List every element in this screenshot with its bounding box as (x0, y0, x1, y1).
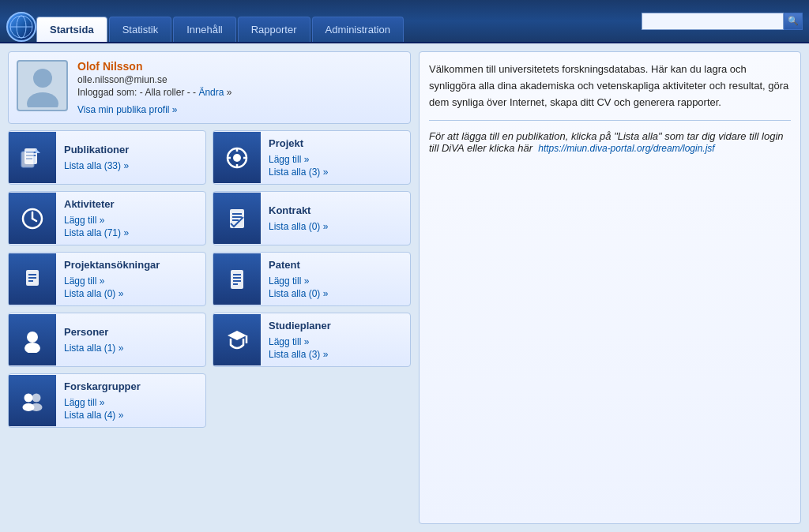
svg-rect-22 (28, 280, 33, 282)
search-area: 🔍 (642, 13, 803, 30)
card-link-patent[interactable]: Lägg till (269, 275, 328, 287)
gear-icon (213, 132, 261, 183)
card-projektansokningar: Projektansökningar Lägg till Lista alla … (8, 252, 206, 306)
logo-area (0, 12, 36, 42)
welcome-paragraph1: Välkommen till universitetets forsknings… (429, 62, 791, 111)
card-body-forskargrupper: Forskargrupper Lägg till Lista alla (4) (56, 374, 149, 427)
right-panel: Välkommen till universitetets forsknings… (419, 51, 801, 524)
main-content: Olof Nilsson olle.nilsson@miun.se Inlogg… (0, 43, 809, 532)
search-input[interactable] (642, 13, 784, 30)
svg-line-14 (32, 219, 36, 221)
card-link-projektansokningar[interactable]: Lista alla (0) (64, 288, 160, 299)
card-link-patent[interactable]: Lista alla (0) (269, 288, 328, 299)
svg-rect-27 (233, 283, 238, 285)
card-personer: Personer Lista alla (1) (8, 313, 206, 367)
card-link-studieplaner[interactable]: Lista alla (3) (269, 349, 331, 360)
svg-rect-26 (233, 280, 241, 282)
patent-icon (213, 253, 261, 305)
svg-rect-16 (232, 213, 242, 215)
profile-info: Olof Nilsson olle.nilsson@miun.se Inlogg… (77, 60, 231, 115)
card-link-kontrakt[interactable]: Lista alla (0) (269, 221, 328, 232)
card-studieplaner: Studieplaner Lägg till Lista alla (3) (213, 313, 411, 367)
left-panel: Olof Nilsson olle.nilsson@miun.se Inlogg… (8, 51, 411, 524)
cards-grid: Publikationer Lista alla (33) Projekt Lä… (8, 130, 411, 428)
card-link-aktiviteter[interactable]: Lista alla (71) (64, 227, 129, 238)
avatar-box (17, 60, 68, 111)
svg-point-34 (32, 393, 41, 402)
card-projekt: Projekt Lägg till Lista alla (3) (213, 130, 411, 185)
svg-rect-9 (21, 152, 34, 167)
svg-point-29 (24, 343, 40, 353)
svg-rect-20 (28, 274, 36, 275)
main-nav: Startsida Statistik Innehåll Rapporter A… (36, 0, 405, 42)
card-link-projektansokningar[interactable]: Lägg till (64, 275, 160, 287)
diva-link[interactable]: https://miun.diva-portal.org/dream/login… (538, 143, 714, 154)
card-link-personer[interactable]: Lista alla (1) (64, 343, 123, 354)
divider (429, 120, 791, 121)
card-link-publikationer[interactable]: Lista alla (33) (64, 160, 129, 171)
card-title-projektansokningar: Projektansökningar (64, 259, 160, 271)
card-title-aktiviteter: Aktiviteter (64, 198, 129, 210)
change-role-link[interactable]: Ändra (198, 87, 224, 98)
svg-point-3 (33, 69, 52, 88)
svg-rect-17 (232, 216, 242, 218)
svg-rect-24 (233, 274, 241, 275)
card-link-studieplaner[interactable]: Lägg till (269, 336, 331, 347)
card-link-forskargrupper[interactable]: Lista alla (4) (64, 410, 141, 421)
card-aktiviteter: Aktiviteter Lägg till Lista alla (71) (8, 191, 206, 245)
document-icon (9, 132, 56, 183)
tab-startsida[interactable]: Startsida (36, 17, 107, 42)
tab-administration[interactable]: Administration (312, 17, 404, 42)
card-link-projekt[interactable]: Lista alla (3) (269, 167, 328, 178)
contract-icon (213, 193, 261, 244)
person-icon (9, 314, 56, 365)
svg-rect-21 (28, 277, 36, 279)
svg-point-28 (27, 332, 38, 343)
card-link-aktiviteter[interactable]: Lägg till (64, 215, 129, 226)
avatar-icon (23, 64, 62, 107)
card-body-patent: Patent Lägg till Lista alla (0) (261, 253, 336, 305)
card-body-projektansokningar: Projektansökningar Lägg till Lista alla … (56, 253, 167, 305)
card-body-personer: Personer Lista alla (1) (56, 320, 131, 360)
top-bar: Startsida Statistik Innehåll Rapporter A… (0, 0, 809, 43)
svg-point-32 (24, 393, 33, 402)
card-publikationer: Publikationer Lista alla (33) (8, 130, 206, 185)
profile-role: Inloggad som: - Alla roller - - Ändra » (77, 87, 231, 98)
application-icon (9, 253, 56, 305)
svg-point-35 (31, 403, 43, 411)
card-body-kontrakt: Kontrakt Lista alla (0) (261, 198, 336, 238)
card-title-studieplaner: Studieplaner (269, 320, 331, 332)
profile-card: Olof Nilsson olle.nilsson@miun.se Inlogg… (8, 51, 411, 124)
card-body-studieplaner: Studieplaner Lägg till Lista alla (3) (261, 313, 339, 366)
card-title-publikationer: Publikationer (64, 144, 129, 155)
card-link-projekt[interactable]: Lägg till (269, 154, 328, 165)
welcome-paragraph2: För att lägga till en publikation, klick… (429, 130, 791, 154)
card-body-aktiviteter: Aktiviteter Lägg till Lista alla (71) (56, 192, 137, 245)
card-title-forskargrupper: Forskargrupper (64, 380, 141, 392)
search-button[interactable]: 🔍 (784, 13, 803, 30)
svg-rect-23 (231, 270, 243, 289)
svg-point-4 (27, 92, 58, 107)
profile-email: olle.nilsson@miun.se (77, 74, 231, 85)
tab-statistik[interactable]: Statistik (109, 17, 172, 42)
card-title-projekt: Projekt (269, 137, 328, 149)
card-forskargrupper: Forskargrupper Lägg till Lista alla (4) (8, 373, 206, 428)
graduation-icon (213, 314, 261, 365)
tab-rapporter[interactable]: Rapporter (238, 17, 310, 42)
card-patent: Patent Lägg till Lista alla (0) (213, 252, 411, 306)
tab-innehall[interactable]: Innehåll (173, 17, 236, 42)
profile-name: Olof Nilsson (77, 60, 231, 73)
card-title-patent: Patent (269, 259, 328, 271)
card-body-projekt: Projekt Lägg till Lista alla (3) (261, 131, 336, 184)
group-icon (9, 375, 56, 426)
card-kontrakt: Kontrakt Lista alla (0) (213, 191, 411, 245)
logo (6, 12, 36, 42)
card-title-kontrakt: Kontrakt (269, 204, 328, 216)
svg-rect-18 (232, 219, 239, 221)
card-title-personer: Personer (64, 326, 123, 338)
card-link-forskargrupper[interactable]: Lägg till (64, 397, 141, 408)
svg-rect-25 (233, 277, 241, 279)
card-body-publikationer: Publikationer Lista alla (33) (56, 137, 137, 178)
public-profile-link[interactable]: Visa min publika profil (77, 104, 231, 115)
clock-icon (9, 193, 56, 244)
